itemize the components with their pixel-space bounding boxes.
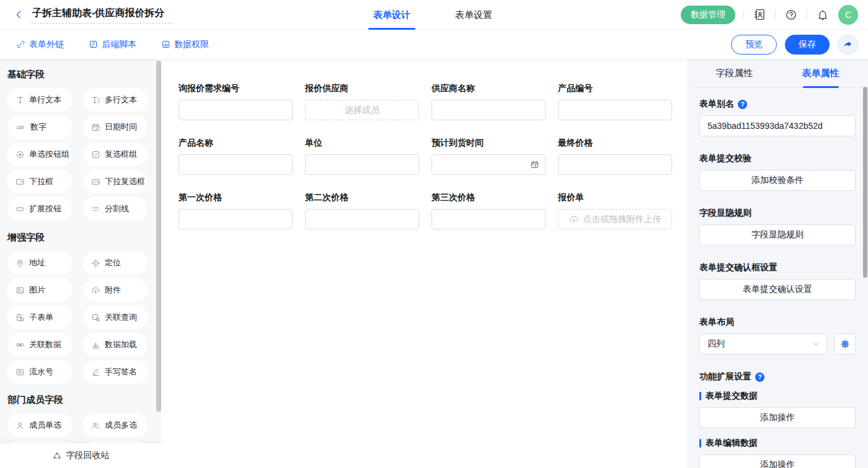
back-button[interactable] [11, 7, 26, 22]
form-field: 第三次价格 [432, 191, 546, 229]
field-type-datetime[interactable]: 日期时间 [83, 115, 148, 139]
dropdown-icon [16, 177, 25, 187]
text-input[interactable] [432, 209, 546, 229]
confirm-box-label: 表单提交确认框设置 [699, 262, 856, 274]
field-recycle-bin[interactable]: 字段回收站 [0, 443, 161, 468]
data-permission-link[interactable]: 数据权限 [161, 39, 209, 50]
contacts-book-icon[interactable] [752, 7, 767, 22]
text-input[interactable] [558, 100, 672, 120]
field-type-data-load[interactable]: 数据加载 [83, 333, 148, 356]
member-multi-icon [91, 421, 100, 430]
field-type-multi-line-text[interactable]: 多行文本 [83, 88, 148, 112]
form-field: 产品编号 [558, 82, 672, 120]
tab-form-settings[interactable]: 表单设置 [450, 0, 497, 30]
form-field: 最终价格 [558, 136, 672, 175]
toolbar-links: 表单外链 后端脚本 数据权限 [16, 39, 209, 50]
field-label: 单位 [305, 136, 419, 149]
form-title[interactable]: 子拆主辅助表-供应商报价拆分 [31, 6, 173, 24]
field-type-single-line-text[interactable]: 单行文本 [7, 88, 72, 112]
field-type-member-single[interactable]: 成员单选 [7, 413, 72, 437]
layout-settings-button[interactable] [835, 333, 856, 355]
data-load-icon [91, 340, 100, 350]
data-permission-icon [161, 40, 170, 49]
field-type-extended-button[interactable]: 扩展按钮 [7, 197, 72, 221]
pill-label: 子表单 [29, 312, 53, 323]
recycle-bin-label: 字段回收站 [66, 450, 110, 461]
field-type-subform[interactable]: 子表单 [7, 306, 72, 329]
form-layout-label: 表单布局 [699, 316, 856, 329]
field-visibility-label: 字段显隐规则 [699, 207, 856, 219]
field-type-locate[interactable]: 定位 [83, 251, 148, 275]
save-button[interactable]: 保存 [785, 35, 830, 55]
field-type-signature[interactable]: 手写签名 [83, 360, 148, 384]
enhanced-fields-grid: 地址 定位 图片 附件 子表单 关联查询 关联数据 数据加载 流水号 手写签名 [7, 251, 161, 384]
layout-select[interactable]: 四列 [699, 333, 827, 355]
accent-bar [699, 439, 701, 448]
field-type-divider-line[interactable]: 分割线 [83, 197, 148, 221]
pill-label: 成员单选 [29, 420, 61, 431]
subform-icon [16, 313, 25, 322]
field-type-dropdown[interactable]: 下拉框 [7, 170, 72, 193]
pill-label: 关联数据 [29, 339, 61, 350]
text-input[interactable] [179, 154, 293, 175]
multi-dropdown-icon [91, 177, 100, 187]
confirm-box-button[interactable]: 表单提交确认设置 [699, 279, 856, 300]
tab-form-properties[interactable]: 表单属性 [777, 60, 864, 87]
properties-scrollbar[interactable] [863, 87, 867, 278]
field-type-radio-group[interactable]: 单选按钮组 [7, 143, 72, 166]
top-header: 子拆主辅助表-供应商报价拆分 表单设计 表单设置 数据管理 C [0, 0, 868, 30]
field-type-address[interactable]: 地址 [7, 251, 72, 275]
upload-placeholder: 点击或拖拽附件上传 [583, 214, 662, 225]
help-icon[interactable]: ? [755, 373, 764, 382]
address-icon [16, 258, 25, 268]
share-button[interactable] [838, 34, 858, 55]
add-validation-button[interactable]: 添加校验条件 [699, 170, 856, 191]
field-label: 第二次价格 [305, 191, 419, 203]
field-type-number[interactable]: 数字 [7, 115, 72, 139]
chevron-down-icon [812, 340, 820, 348]
field-type-related-query[interactable]: 关联查询 [83, 306, 148, 329]
field-type-serial-number[interactable]: 流水号 [7, 360, 72, 384]
field-visibility-button[interactable]: 字段显隐规则 [699, 224, 856, 245]
text-input[interactable] [305, 209, 419, 229]
basic-fields-grid: 单行文本 多行文本 数字 日期时间 单选按钮组 复选框组 下拉框 下拉复选框 扩… [7, 88, 161, 221]
text-input[interactable] [305, 154, 419, 175]
form-external-link[interactable]: 表单外链 [16, 39, 64, 50]
submit-data-add-button[interactable]: 添加操作 [699, 407, 856, 428]
text-input[interactable] [179, 100, 293, 120]
data-manage-button[interactable]: 数据管理 [681, 6, 735, 24]
related-query-icon [91, 313, 100, 322]
text-input[interactable] [558, 154, 672, 175]
backend-script-link[interactable]: 后端脚本 [89, 39, 136, 50]
tab-field-properties[interactable]: 字段属性 [691, 60, 777, 87]
form-canvas: 询报价需求编号 报价供应商 选择成员 供应商名称 产品编号 产品名称 [161, 60, 687, 468]
date-input[interactable] [432, 154, 546, 175]
recycle-icon [52, 451, 62, 461]
notification-bell-icon[interactable] [815, 7, 830, 22]
field-type-image[interactable]: 图片 [7, 278, 72, 302]
form-alias-input[interactable]: 5a39bad1153993da7432b52d [699, 115, 856, 136]
field-type-attachment[interactable]: 附件 [83, 278, 148, 302]
accent-bar [699, 392, 701, 400]
field-type-multi-dropdown[interactable]: 下拉复选框 [83, 170, 148, 193]
form-field: 第一次价格 [179, 191, 293, 229]
text-input[interactable] [432, 100, 546, 120]
tab-form-design[interactable]: 表单设计 [368, 0, 415, 30]
field-type-checkbox-group[interactable]: 复选框组 [83, 143, 148, 166]
help-icon[interactable]: ? [738, 100, 747, 109]
member-picker[interactable]: 选择成员 [305, 100, 419, 120]
field-type-related-data[interactable]: 关联数据 [7, 333, 72, 356]
text-input[interactable] [179, 209, 293, 229]
field-type-member-multi[interactable]: 成员多选 [83, 413, 148, 437]
sidebar-scrollbar[interactable] [156, 61, 161, 412]
preview-button[interactable]: 预览 [731, 35, 777, 55]
edit-data-add-button[interactable]: 添加操作 [699, 454, 856, 468]
help-icon[interactable] [784, 7, 799, 22]
attachment-icon [91, 286, 100, 295]
pill-label: 扩展按钮 [29, 203, 61, 214]
pill-label: 地址 [29, 257, 45, 268]
attachment-upload[interactable]: 点击或拖拽附件上传 [558, 209, 672, 229]
multi-line-text-icon [91, 95, 100, 105]
form-field: 报价供应商 选择成员 [305, 82, 419, 120]
avatar[interactable]: C [838, 5, 858, 25]
